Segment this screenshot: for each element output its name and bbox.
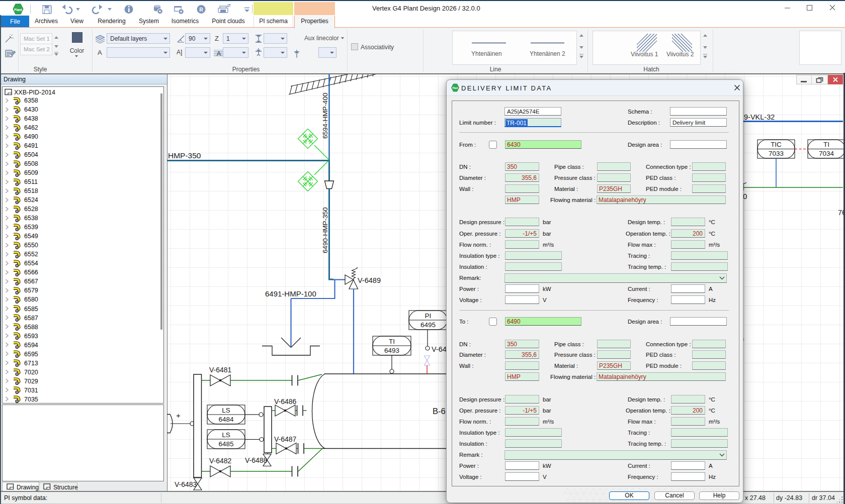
- svg-text:V-6489: V-6489: [358, 276, 381, 284]
- svg-text:LS: LS: [222, 431, 230, 439]
- svg-text:A: A: [217, 50, 221, 57]
- svg-text:A]: A]: [177, 49, 182, 56]
- svg-text:B-6: B-6: [433, 407, 446, 416]
- svg-text:V-6488: V-6488: [245, 456, 268, 464]
- svg-text:V-6483: V-6483: [175, 480, 197, 488]
- svg-text:V-6482: V-6482: [209, 457, 232, 465]
- svg-text:6490-HMP-350: 6490-HMP-350: [321, 207, 329, 253]
- svg-text:6491-HMP-100: 6491-HMP-100: [265, 289, 316, 298]
- svg-text:LS: LS: [222, 407, 230, 414]
- svg-text:6493: 6493: [384, 347, 399, 354]
- svg-text:76: 76: [838, 209, 843, 217]
- svg-text:6594-HMP-400: 6594-HMP-400: [321, 92, 329, 139]
- svg-text:6485: 6485: [218, 440, 233, 448]
- svg-text:0: 0: [743, 192, 747, 200]
- svg-text:V-6481: V-6481: [209, 366, 232, 374]
- svg-text:+: +: [176, 411, 181, 420]
- svg-text:R: R: [199, 7, 203, 13]
- svg-text:9-VKL-32: 9-VKL-32: [744, 113, 775, 121]
- svg-text:V-6487: V-6487: [274, 435, 297, 443]
- svg-text:Plant: Plant: [14, 8, 23, 12]
- svg-text:PI: PI: [425, 312, 432, 320]
- svg-text:HMP-350: HMP-350: [168, 151, 201, 160]
- svg-text:TIC: TIC: [771, 141, 782, 148]
- svg-text:TI: TI: [823, 141, 829, 148]
- svg-text:7033: 7033: [769, 150, 784, 157]
- svg-text:TI: TI: [389, 338, 395, 345]
- svg-text:7034: 7034: [819, 150, 834, 157]
- svg-text:6495: 6495: [420, 321, 436, 329]
- svg-text:6484: 6484: [218, 416, 234, 423]
- svg-text:V-6486: V-6486: [274, 397, 297, 406]
